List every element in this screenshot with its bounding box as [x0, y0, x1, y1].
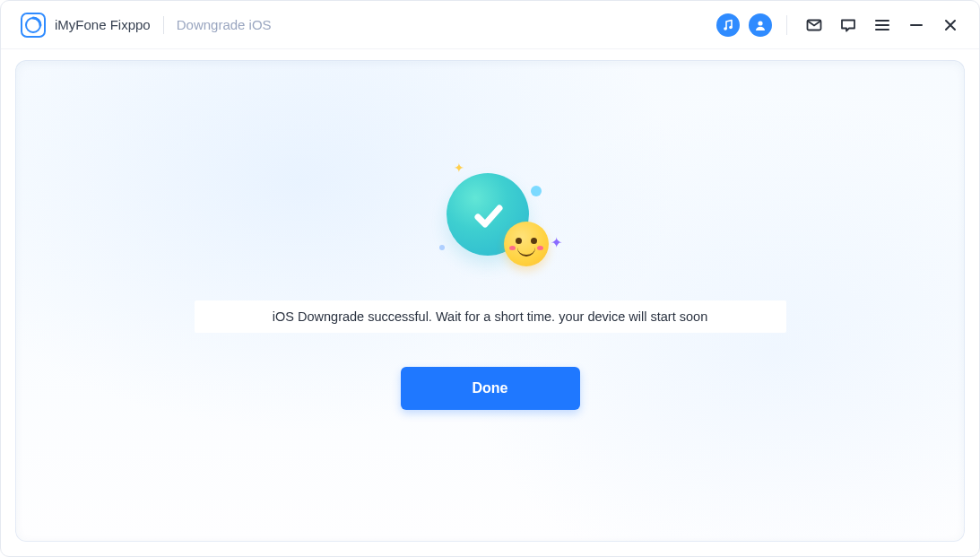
- decoration-dot: [531, 186, 542, 196]
- minimize-button[interactable]: [904, 13, 929, 38]
- separator: [786, 15, 787, 35]
- close-button[interactable]: [938, 13, 963, 38]
- svg-point-3: [729, 25, 733, 29]
- mail-icon[interactable]: [802, 13, 827, 38]
- page-subtitle: Downgrade iOS: [177, 17, 272, 32]
- svg-point-2: [724, 27, 727, 30]
- main-area: ✦ ✦ iOS Downgrade successful. Wait for a…: [1, 49, 979, 556]
- app-logo: [21, 13, 46, 38]
- sparkle-icon: ✦: [454, 161, 464, 175]
- menu-icon[interactable]: [870, 13, 895, 38]
- decoration-dot: [439, 245, 445, 250]
- titlebar: iMyFone Fixppo Downgrade iOS: [1, 1, 979, 49]
- status-message-box: iOS Downgrade successful. Wait for a sho…: [195, 300, 786, 333]
- svg-point-4: [758, 21, 762, 25]
- titlebar-controls: [716, 13, 963, 38]
- music-icon[interactable]: [716, 13, 740, 37]
- content-panel: ✦ ✦ iOS Downgrade successful. Wait for a…: [15, 60, 965, 542]
- sparkle-icon: ✦: [551, 234, 562, 251]
- done-button[interactable]: Done: [401, 367, 580, 410]
- title-separator: [163, 16, 164, 34]
- account-icon[interactable]: [749, 13, 772, 37]
- smiley-icon: [504, 222, 549, 266]
- status-message: iOS Downgrade successful. Wait for a sho…: [205, 309, 776, 324]
- success-graphic: ✦ ✦: [414, 166, 567, 274]
- app-title: iMyFone Fixppo: [55, 17, 151, 32]
- feedback-icon[interactable]: [836, 13, 861, 38]
